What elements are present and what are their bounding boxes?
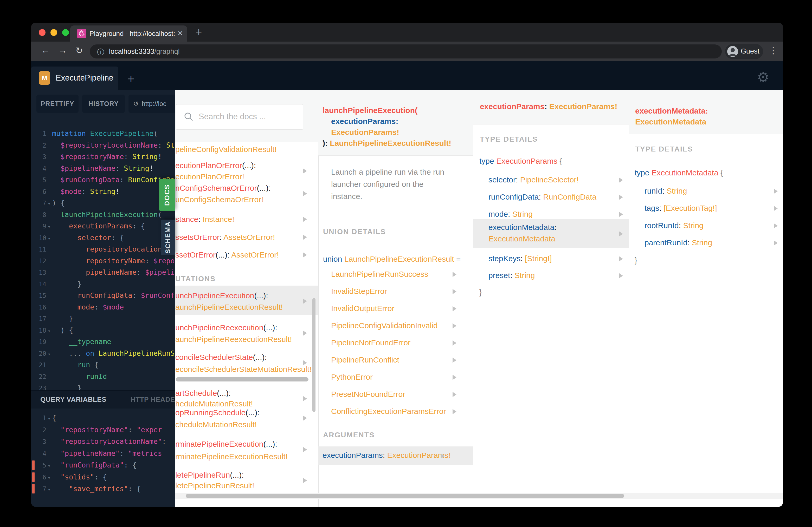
tab-schema[interactable]: SCHEMA bbox=[161, 220, 175, 255]
docs-item[interactable]: opRunningSchedule(...): bbox=[175, 408, 260, 417]
chevron-right-icon[interactable] bbox=[619, 273, 623, 278]
chevron-right-icon[interactable] bbox=[303, 478, 307, 483]
docs-item[interactable]: rminatePipelineExecution(...): bbox=[175, 440, 277, 449]
browser-menu-icon[interactable]: ⋮ bbox=[769, 45, 778, 56]
tab-http-headers[interactable]: HTTP HEADERS bbox=[131, 395, 175, 404]
union-member[interactable]: PipelineConfigValidationInvalid bbox=[331, 321, 438, 330]
union-member[interactable]: PresetNotFoundError bbox=[331, 390, 405, 398]
type-field[interactable]: stepKeys: [String!] bbox=[489, 254, 552, 263]
chevron-right-icon[interactable] bbox=[303, 299, 307, 304]
chevron-right-icon[interactable] bbox=[303, 331, 307, 336]
reload-icon[interactable]: ↻ bbox=[75, 45, 83, 56]
docs-item[interactable]: ecutionPlanOrError(...): bbox=[175, 161, 256, 170]
docs-item[interactable]: nConfigSchemaOrError(...): bbox=[175, 184, 271, 193]
chevron-right-icon[interactable] bbox=[303, 447, 307, 452]
back-icon[interactable]: ← bbox=[41, 45, 50, 55]
chevron-right-icon[interactable] bbox=[441, 453, 445, 459]
docs-horizontal-scrollbar[interactable] bbox=[175, 493, 783, 499]
signature-line1: launchPipelineExecution( bbox=[322, 106, 418, 115]
type-field[interactable]: tags: [ExecutionTag!] bbox=[644, 204, 717, 213]
close-window-button[interactable] bbox=[39, 29, 45, 36]
chevron-right-icon[interactable] bbox=[303, 360, 307, 365]
endpoint-input[interactable]: ↺ http://loc bbox=[129, 94, 175, 113]
type-field[interactable]: runId: String bbox=[644, 186, 687, 195]
chevron-right-icon[interactable] bbox=[452, 323, 456, 329]
playground-new-tab-button[interactable]: + bbox=[128, 72, 134, 86]
type-field[interactable]: rootRunId: String bbox=[644, 221, 704, 230]
chevron-right-icon[interactable] bbox=[452, 289, 456, 294]
docs-item[interactable]: unchPipelineExecution(...): bbox=[175, 291, 268, 300]
col1-vertical-scrollbar[interactable] bbox=[313, 298, 316, 412]
url-bar[interactable]: ⓘ localhost:3333/graphql bbox=[90, 44, 722, 59]
docs-item[interactable]: artSchedule(...): bbox=[175, 389, 231, 397]
minimize-window-button[interactable] bbox=[50, 29, 57, 36]
tab-docs[interactable]: DOCS bbox=[159, 179, 175, 211]
type-field[interactable]: parentRunId: String bbox=[644, 238, 712, 247]
type-field[interactable]: selector: PipelineSelector! bbox=[489, 176, 579, 184]
chevron-right-icon[interactable] bbox=[452, 358, 456, 363]
chevron-right-icon[interactable] bbox=[303, 235, 307, 240]
tab-query-variables[interactable]: QUERY VARIABLES bbox=[40, 395, 106, 404]
history-button[interactable]: HISTORY bbox=[82, 94, 125, 113]
code-line: 7▾ "save_metrics": { bbox=[31, 483, 141, 495]
query-editor[interactable]: 1 mutation ExecutePipeline(2 $repository… bbox=[31, 128, 175, 390]
chevron-right-icon[interactable] bbox=[619, 231, 623, 237]
chevron-right-icon[interactable] bbox=[452, 392, 456, 397]
forward-icon[interactable]: → bbox=[58, 45, 67, 55]
chevron-right-icon[interactable] bbox=[303, 191, 307, 196]
docs-item[interactable]: unchPipelineReexecution(...): bbox=[175, 323, 277, 332]
chevron-right-icon[interactable] bbox=[452, 272, 456, 277]
union-member[interactable]: LaunchPipelineRunSuccess bbox=[331, 270, 429, 278]
docs-item[interactable]: letePipelineRun(...): bbox=[175, 471, 244, 479]
endpoint-reload-icon[interactable]: ↺ bbox=[133, 100, 139, 108]
chevron-right-icon[interactable] bbox=[774, 223, 778, 228]
chevron-right-icon[interactable] bbox=[303, 416, 307, 421]
chevron-right-icon[interactable] bbox=[303, 168, 307, 174]
chevron-right-icon[interactable] bbox=[303, 396, 307, 401]
chevron-right-icon[interactable] bbox=[619, 178, 623, 183]
union-member[interactable]: InvalidStepError bbox=[331, 287, 387, 296]
browser-tab[interactable]: Playground - http://localhost:3 ✕ bbox=[70, 26, 187, 42]
union-member[interactable]: PipelineRunConflict bbox=[331, 356, 399, 364]
variables-editor[interactable]: 1▾{2 "repositoryName": "exper3 "reposito… bbox=[31, 412, 175, 507]
endpoint-url: http://loc bbox=[142, 100, 166, 108]
type-field[interactable]: runConfigData: RunConfigData bbox=[489, 193, 596, 201]
new-tab-button[interactable]: + bbox=[195, 26, 202, 39]
type-field[interactable]: mode: String bbox=[489, 210, 533, 219]
tab-close-icon[interactable]: ✕ bbox=[177, 29, 183, 37]
chevron-right-icon[interactable] bbox=[619, 195, 623, 200]
settings-gear-icon[interactable]: ⚙ bbox=[757, 69, 769, 86]
profile-button[interactable]: Guest bbox=[725, 44, 763, 59]
playground-tab[interactable]: M ExecutePipeline × bbox=[31, 66, 118, 90]
browser-window: Playground - http://localhost:3 ✕ + ← → … bbox=[31, 23, 783, 507]
chevron-right-icon[interactable] bbox=[303, 252, 307, 257]
chevron-right-icon[interactable] bbox=[452, 375, 456, 380]
chevron-right-icon[interactable] bbox=[452, 306, 456, 311]
zoom-window-button[interactable] bbox=[62, 29, 69, 36]
docs-item[interactable]: ssetOrError(...): AssetOrError! bbox=[175, 251, 279, 259]
chevron-right-icon[interactable] bbox=[619, 256, 623, 261]
type-field[interactable]: preset: String bbox=[489, 271, 535, 280]
chevron-right-icon[interactable] bbox=[452, 341, 456, 346]
argument-row[interactable]: executionParams: ExecutionParams! bbox=[322, 451, 450, 460]
union-member[interactable]: InvalidOutputError bbox=[331, 304, 394, 313]
chevron-right-icon[interactable] bbox=[303, 217, 307, 222]
scrollbar-thumb[interactable] bbox=[186, 494, 624, 498]
chevron-right-icon[interactable] bbox=[774, 206, 778, 211]
union-member[interactable]: PythonError bbox=[331, 373, 373, 381]
union-member[interactable]: ConflictingExecutionParamsError bbox=[331, 407, 446, 416]
type-field[interactable]: executionMetadata: bbox=[489, 223, 556, 232]
chevron-right-icon[interactable] bbox=[774, 189, 778, 194]
docs-item[interactable]: concileSchedulerState(...): bbox=[175, 353, 267, 362]
chevron-right-icon[interactable] bbox=[452, 409, 456, 414]
docs-item[interactable]: stance: Instance! bbox=[175, 215, 234, 224]
union-member[interactable]: PipelineNotFoundError bbox=[331, 338, 410, 347]
docs-item[interactable]: ssetsOrError: AssetsOrError! bbox=[175, 233, 275, 242]
chevron-right-icon[interactable] bbox=[774, 240, 778, 245]
prettify-button[interactable]: PRETTIFY bbox=[37, 94, 78, 113]
site-info-icon[interactable]: ⓘ bbox=[97, 47, 104, 57]
search-input[interactable] bbox=[198, 104, 298, 129]
playground-tab-close-icon[interactable]: × bbox=[106, 74, 110, 82]
col1-horizontal-scrollbar[interactable] bbox=[176, 377, 308, 381]
chevron-right-icon[interactable] bbox=[619, 212, 623, 217]
